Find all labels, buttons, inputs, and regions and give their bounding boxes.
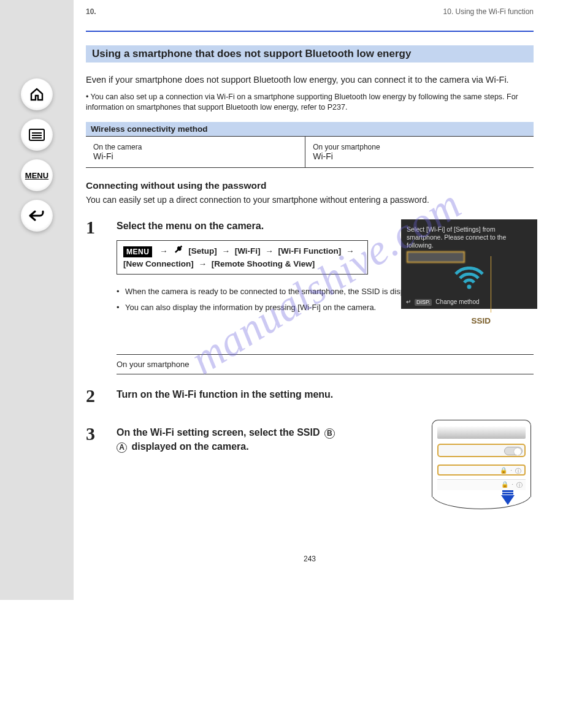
menu-path-group: [Setup] bbox=[188, 246, 217, 256]
menu-button-label: MENU bbox=[25, 171, 48, 180]
step-2-number: 2 bbox=[86, 385, 95, 406]
on-smartphone-label: On your smartphone bbox=[117, 360, 534, 369]
svg-rect-5 bbox=[502, 490, 513, 492]
continue-arrow-icon bbox=[499, 489, 516, 508]
disp-text: Change method bbox=[435, 298, 479, 306]
intro-body: Even if your smartphone does not support… bbox=[86, 74, 534, 87]
header-rule bbox=[86, 31, 534, 32]
wifi-toggle-row bbox=[437, 444, 526, 457]
menu-path-d: [Remote Shooting & View] bbox=[212, 259, 315, 268]
subsection-heading: Connecting without using the password bbox=[86, 180, 534, 191]
svg-point-4 bbox=[467, 285, 472, 289]
page-content: 10. 10. Using the Wi-Fi function Using a… bbox=[74, 0, 546, 600]
back-arrow-icon: ↵ bbox=[406, 298, 411, 306]
svg-rect-6 bbox=[502, 493, 513, 495]
cell1-value: Wi-Fi bbox=[93, 151, 297, 161]
home-button[interactable] bbox=[21, 78, 53, 110]
lock-icon: 🔒 bbox=[500, 467, 507, 476]
menu-badge: MENU bbox=[123, 246, 152, 257]
toc-button[interactable] bbox=[21, 119, 53, 151]
back-icon bbox=[29, 210, 45, 222]
step-1: 1 Select the menu on the camera. MENU → … bbox=[86, 219, 534, 330]
cell2-value: Wi-Fi bbox=[313, 151, 526, 161]
back-button[interactable] bbox=[21, 200, 53, 232]
subsection-lead: You can easily set up a direct connectio… bbox=[86, 195, 534, 205]
camera-screen-mock: Select [Wi-Fi] of [Settings] from smartp… bbox=[401, 219, 537, 309]
step-2-rule-top bbox=[117, 354, 534, 355]
disp-label: DISP. bbox=[415, 299, 432, 306]
info-icon: ⓘ bbox=[515, 467, 521, 476]
chapter-num: 10. bbox=[86, 7, 96, 16]
marker-a-inline: A bbox=[117, 442, 127, 453]
wifi-strength-icon: ⋅ bbox=[510, 467, 512, 476]
home-icon bbox=[29, 87, 44, 102]
toc-icon bbox=[29, 129, 45, 141]
wireless-box-title: Wireless connectivity method bbox=[86, 122, 534, 136]
camera-bottom-bar: ↵ DISP. Change method bbox=[401, 298, 537, 306]
page-number: 243 bbox=[86, 555, 534, 563]
ssid-indicator-box bbox=[407, 251, 465, 263]
phone-header-bar bbox=[437, 427, 526, 439]
wifi-toggle-knob bbox=[504, 447, 523, 455]
step-3-number: 3 bbox=[86, 423, 95, 444]
wifi-ssid-row: 🔒 ⋅ ⓘ bbox=[437, 464, 526, 476]
step-2: 2 Turn on the Wi-Fi function in the sett… bbox=[86, 388, 534, 401]
menu-path-b: [Wi-Fi Function] bbox=[278, 246, 342, 256]
menu-path-c: [New Connection] bbox=[123, 259, 194, 268]
menu-button[interactable]: MENU bbox=[21, 159, 53, 191]
left-rail: MENU bbox=[0, 0, 74, 600]
wifi-icon bbox=[407, 267, 532, 290]
section-title: Using a smartphone that does not support… bbox=[86, 45, 534, 63]
step-1-number: 1 bbox=[86, 217, 95, 238]
chapter-running-head: 10. Using the Wi-Fi function bbox=[443, 7, 534, 16]
ssid-pointer-line bbox=[491, 256, 491, 313]
step-3: 3 On the Wi-Fi setting screen, select th… bbox=[86, 426, 534, 499]
marker-b-inline: B bbox=[324, 428, 335, 439]
ssid-callout: SSID bbox=[471, 316, 491, 325]
cell1-header: On the camera bbox=[93, 143, 297, 151]
step-2-rule-bottom bbox=[117, 374, 534, 374]
menu-path-a: [Wi-Fi] bbox=[235, 246, 261, 256]
wireless-method-box: Wireless connectivity method On the came… bbox=[86, 122, 534, 168]
step-2-title: Turn on the Wi-Fi function in the settin… bbox=[117, 388, 534, 401]
menu-path-box: MENU → [Setup] → [Wi-Fi] → [Wi-Fi Functi… bbox=[117, 240, 368, 275]
page-ref-link[interactable]: P237 bbox=[327, 103, 345, 112]
cell2-header: On your smartphone bbox=[313, 143, 526, 151]
setup-icon bbox=[175, 245, 183, 257]
intro-note: • You can also set up a connection via W… bbox=[86, 92, 534, 113]
chapter-header: 10. 10. Using the Wi-Fi function bbox=[86, 7, 534, 16]
camera-screen-text: Select [Wi-Fi] of [Settings] from smartp… bbox=[407, 226, 532, 249]
